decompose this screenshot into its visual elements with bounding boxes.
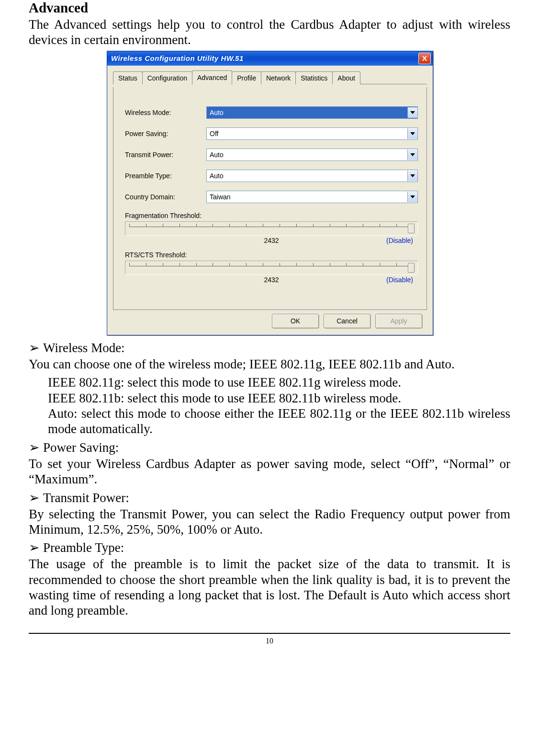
dialog-window: Wireless Configuration Utility HW.51 X S…: [107, 51, 433, 335]
row-transmit-power: Transmit Power: Auto: [125, 149, 418, 161]
close-button[interactable]: X: [418, 53, 431, 64]
combo-wireless-mode-value: Auto: [207, 109, 407, 116]
combo-wireless-mode[interactable]: Auto: [206, 106, 418, 119]
rts-value: 2432: [264, 276, 279, 284]
combo-preamble-type[interactable]: Auto: [206, 170, 418, 182]
wm-b: IEEE 802.11b: select this mode to use IE…: [48, 390, 510, 406]
arrow-icon: ➢: [29, 540, 43, 555]
label-rts-threshold: RTS/CTS Threshold:: [125, 251, 418, 259]
tab-about[interactable]: About: [332, 71, 360, 84]
label-transmit-power: Transmit Power:: [125, 151, 206, 159]
combo-transmit-power-value: Auto: [207, 151, 407, 159]
page-number: 10: [29, 637, 510, 645]
power-saving-body: To set your Wireless Cardbus Adapter as …: [29, 456, 510, 487]
wm-g: IEEE 802.11g: select this mode to use IE…: [48, 375, 510, 390]
label-preamble-type: Preamble Type:: [125, 172, 206, 180]
arrow-icon: ➢: [29, 490, 43, 505]
tab-profile[interactable]: Profile: [232, 71, 261, 84]
arrow-icon: ➢: [29, 440, 43, 455]
slider-frag-threshold[interactable]: [125, 221, 418, 236]
wireless-mode-body: You can choose one of the wireless mode;…: [29, 356, 510, 372]
row-power-saving: Power Saving: Off: [125, 127, 418, 140]
intro-paragraph: The Advanced settings help you to contro…: [29, 17, 510, 48]
tab-configuration[interactable]: Configuration: [142, 71, 192, 84]
combo-country-domain[interactable]: Taiwan: [206, 191, 418, 203]
page-heading: Advanced: [29, 0, 510, 16]
row-country-domain: Country Domain: Taiwan: [125, 191, 418, 203]
chevron-down-icon[interactable]: [407, 128, 417, 139]
bullet-transmit-power: ➢Transmit Power:: [29, 490, 510, 505]
combo-transmit-power[interactable]: Auto: [206, 149, 418, 161]
close-icon: X: [422, 54, 427, 62]
transmit-power-body: By selecting the Transmit Power, you can…: [29, 506, 510, 538]
arrow-icon: ➢: [29, 340, 43, 355]
chevron-down-icon[interactable]: [407, 192, 417, 202]
label-frag-threshold: Fragmentation Threshold:: [125, 212, 418, 219]
ok-button[interactable]: OK: [272, 314, 319, 328]
tab-statistics[interactable]: Statistics: [295, 71, 333, 84]
bullet-wireless-mode: ➢Wireless Mode:: [29, 340, 510, 355]
label-country-domain: Country Domain:: [125, 193, 206, 201]
slider-thumb[interactable]: [408, 263, 415, 273]
preamble-type-body: The usage of the preamble is to limit th…: [29, 556, 510, 619]
title-bar: Wireless Configuration Utility HW.51 X: [107, 51, 433, 66]
advanced-panel: Wireless Mode: Auto Power Saving: Off: [113, 87, 427, 310]
chevron-down-icon[interactable]: [407, 107, 417, 118]
tab-status[interactable]: Status: [113, 71, 143, 84]
tab-strip: StatusConfigurationAdvancedProfileNetwor…: [113, 70, 427, 84]
apply-button[interactable]: Apply: [375, 314, 422, 328]
label-power-saving: Power Saving:: [125, 130, 206, 137]
slider-thumb[interactable]: [408, 224, 415, 233]
wm-auto: Auto: select this mode to choose either …: [48, 406, 510, 437]
combo-power-saving[interactable]: Off: [206, 127, 418, 140]
window-title: Wireless Configuration Utility HW.51: [109, 54, 244, 62]
chevron-down-icon[interactable]: [407, 171, 417, 181]
rts-status: (Disable): [386, 276, 413, 284]
bullet-power-saving: ➢Power Saving:: [29, 440, 510, 455]
frag-value: 2432: [264, 237, 279, 244]
tab-network[interactable]: Network: [261, 71, 296, 84]
combo-preamble-type-value: Auto: [207, 172, 407, 180]
frag-readout: 2432 (Disable): [125, 237, 418, 244]
cancel-button[interactable]: Cancel: [324, 314, 371, 328]
tab-advanced[interactable]: Advanced: [192, 70, 232, 85]
combo-country-domain-value: Taiwan: [207, 193, 407, 201]
row-wireless-mode: Wireless Mode: Auto: [125, 106, 418, 119]
label-wireless-mode: Wireless Mode:: [125, 109, 206, 116]
frag-status: (Disable): [386, 237, 413, 244]
slider-rts-threshold[interactable]: [125, 261, 418, 275]
footer-rule: [29, 633, 510, 634]
chevron-down-icon[interactable]: [407, 149, 417, 160]
dialog-screenshot: Wireless Configuration Utility HW.51 X S…: [107, 51, 432, 335]
button-row: OK Cancel Apply: [113, 310, 427, 328]
row-preamble-type: Preamble Type: Auto: [125, 170, 418, 182]
bullet-preamble-type: ➢Preamble Type:: [29, 540, 510, 555]
rts-readout: 2432 (Disable): [125, 276, 418, 284]
combo-power-saving-value: Off: [207, 130, 407, 137]
